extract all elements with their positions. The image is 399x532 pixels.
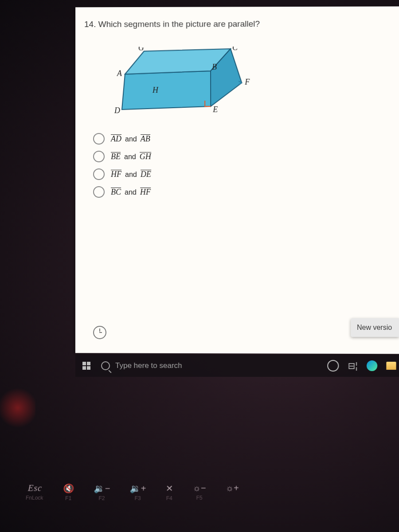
svg-rect-7 — [82, 362, 86, 365]
volume-down-icon: 🔉− — [94, 483, 110, 493]
cortana-icon[interactable] — [327, 360, 339, 372]
key-f4: ✕ F4 — [165, 483, 173, 501]
label-F: F — [244, 78, 250, 86]
label-H: H — [152, 86, 159, 94]
option-4-label: BC and HF — [111, 188, 151, 196]
option-3[interactable]: HF and DE — [93, 168, 399, 180]
key-f2: 🔉− F2 — [94, 483, 110, 501]
radio-2[interactable] — [93, 151, 105, 162]
question-text: 14. Which segments in the picture are pa… — [75, 6, 399, 34]
edge-icon[interactable] — [367, 360, 377, 371]
new-version-button[interactable]: New versio — [351, 318, 399, 337]
label-E: E — [212, 105, 218, 114]
option-1[interactable]: AD and AB — [93, 133, 399, 145]
windows-taskbar: Type here to search ⊟¦ — [75, 355, 399, 377]
quiz-panel: 14. Which segments in the picture are pa… — [75, 6, 399, 354]
option-2[interactable]: BE and GH — [93, 151, 399, 162]
label-B: B — [212, 63, 217, 71]
radio-3[interactable] — [93, 168, 105, 180]
answer-options: AD and AB BE and GH HF and DE BC — [93, 133, 399, 198]
label-A: A — [117, 69, 122, 78]
question-body: Which segments in the picture are parall… — [98, 19, 260, 29]
start-button[interactable] — [75, 355, 98, 377]
label-G: G — [138, 47, 144, 52]
option-2-label: BE and GH — [111, 152, 151, 161]
option-3-label: HF and DE — [111, 170, 151, 179]
mic-mute-icon: ✕ — [165, 483, 173, 493]
option-1-label: AD and AB — [111, 134, 150, 143]
radio-4[interactable] — [93, 186, 105, 198]
brightness-up-icon: ☼+ — [226, 483, 239, 493]
svg-rect-10 — [87, 366, 90, 370]
volume-up-icon: 🔉+ — [129, 483, 146, 493]
label-C: C — [232, 47, 238, 52]
taskview-icon[interactable]: ⊟¦ — [348, 360, 357, 371]
radio-1[interactable] — [93, 133, 105, 145]
svg-rect-9 — [82, 366, 86, 370]
search-icon — [101, 361, 110, 370]
key-f5: ☼− F5 — [192, 483, 206, 501]
taskbar-search[interactable]: Type here to search — [101, 361, 182, 370]
svg-rect-8 — [87, 362, 90, 365]
key-esc: Esc FnLock — [26, 483, 44, 501]
prism-diagram: A B C D E F G H — [98, 47, 262, 122]
file-explorer-icon[interactable] — [386, 362, 396, 370]
key-f6: ☼+ — [226, 483, 239, 493]
key-f1: 🔇 F1 — [63, 483, 74, 501]
mute-icon: 🔇 — [63, 483, 74, 493]
key-f3: 🔉+ F3 — [129, 483, 146, 501]
question-number: 14. — [84, 20, 96, 29]
timer-icon[interactable] — [93, 326, 106, 339]
option-4[interactable]: BC and HF — [93, 186, 399, 198]
svg-marker-3 — [122, 71, 211, 110]
brightness-down-icon: ☼− — [193, 483, 206, 493]
label-D: D — [114, 106, 120, 115]
search-placeholder: Type here to search — [115, 361, 182, 370]
physical-keyboard: Esc FnLock 🔇 F1 🔉− F2 🔉+ F3 ✕ F4 ☼− F5 ☼… — [23, 483, 399, 531]
